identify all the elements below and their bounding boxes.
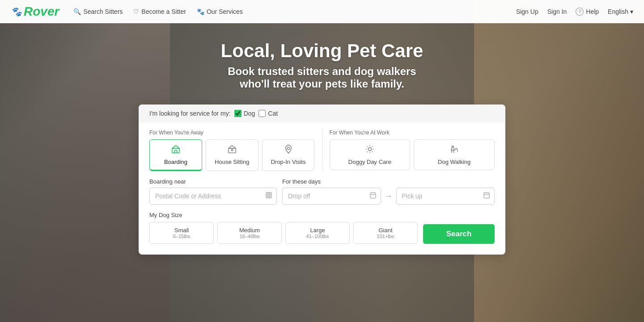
dog-filter-label[interactable]: Dog xyxy=(234,110,255,117)
services-away-group: For When You're Away Boarding xyxy=(149,130,315,171)
search-sitters-label: Search Sitters xyxy=(83,8,123,15)
arrow-icon: → xyxy=(385,192,393,201)
language-label: English xyxy=(608,8,628,15)
navbar: 🐾 Rover 🔍 Search Sitters ♡ Become a Sitt… xyxy=(0,0,644,23)
services-divider xyxy=(322,130,322,171)
small-size-name: Small xyxy=(153,227,211,234)
location-input[interactable] xyxy=(149,188,277,205)
services-icon: 🐾 xyxy=(197,8,204,15)
svg-rect-17 xyxy=(266,192,271,198)
search-card: I'm looking for service for my: Dog Cat xyxy=(139,105,505,255)
dropoff-field xyxy=(282,188,381,205)
dog-checkbox[interactable] xyxy=(234,110,242,117)
drop-in-icon xyxy=(284,144,293,156)
our-services-link[interactable]: 🐾 Our Services xyxy=(197,8,243,15)
pickup-input[interactable] xyxy=(396,188,495,205)
sign-up-link[interactable]: Sign Up xyxy=(516,8,538,15)
size-buttons: Small 0–15lbs Medium 16–40lbs Large 41–1… xyxy=(149,222,418,244)
medium-size-range: 16–40lbs xyxy=(220,234,279,239)
dropoff-input[interactable] xyxy=(282,188,381,205)
small-size-btn[interactable]: Small 0–15lbs xyxy=(149,222,214,244)
cat-checkbox[interactable] xyxy=(258,110,266,117)
pickup-field xyxy=(396,188,495,205)
small-size-range: 0–15lbs xyxy=(153,234,211,239)
help-icon: ? xyxy=(576,8,584,16)
giant-size-btn[interactable]: Giant 101+lbs xyxy=(353,222,418,244)
svg-point-16 xyxy=(452,146,453,148)
drop-in-visits-btn[interactable]: Drop-In Visits xyxy=(262,139,315,171)
language-selector[interactable]: English ▾ xyxy=(608,8,633,15)
dog-label: Dog xyxy=(244,110,255,117)
house-sitting-icon xyxy=(227,144,237,156)
pet-filter-bar: I'm looking for service for my: Dog Cat xyxy=(139,105,505,122)
services-away-items: Boarding House Sitting xyxy=(149,139,315,171)
paw-icon: 🐾 xyxy=(11,6,22,17)
become-sitter-label: Become a Sitter xyxy=(141,8,186,15)
our-services-label: Our Services xyxy=(207,8,243,15)
help-label: Help xyxy=(586,8,599,15)
location-icon xyxy=(265,192,272,201)
dates-group: For these days → xyxy=(282,178,495,205)
cat-filter-label[interactable]: Cat xyxy=(258,110,278,117)
svg-line-12 xyxy=(367,146,367,147)
doggy-day-care-btn[interactable]: Doggy Day Care xyxy=(330,139,411,170)
dog-size-label: My Dog Size xyxy=(149,212,418,218)
pickup-calendar-icon xyxy=(483,192,490,201)
dates-label: For these days xyxy=(282,178,495,185)
hero-title: Local, Loving Pet Care xyxy=(221,40,424,62)
hero-subtitle-line1: Book trusted sitters and dog walkers xyxy=(228,65,416,77)
hero-subtitle-line2: who'll treat your pets like family. xyxy=(240,78,404,90)
large-size-name: Large xyxy=(288,227,347,234)
svg-line-14 xyxy=(367,151,367,152)
search-button[interactable]: Search xyxy=(423,224,495,244)
location-label: Boarding near xyxy=(149,178,277,185)
filter-label: I'm looking for service for my: xyxy=(149,110,231,117)
svg-line-13 xyxy=(372,151,373,152)
help-link[interactable]: ? Help xyxy=(576,8,599,16)
size-group: My Dog Size Small 0–15lbs Medium 16–40lb… xyxy=(149,212,418,244)
services-work-group: For When You're At Work Doggy Day Care xyxy=(330,130,495,171)
large-size-btn[interactable]: Large 41–100lbs xyxy=(285,222,350,244)
logo[interactable]: 🐾 Rover xyxy=(11,4,59,19)
chevron-down-icon: ▾ xyxy=(630,8,633,15)
large-size-range: 41–100lbs xyxy=(288,234,347,239)
svg-line-15 xyxy=(372,146,373,147)
svg-point-7 xyxy=(368,147,371,151)
hero-section: Local, Loving Pet Care Book trusted sitt… xyxy=(0,0,644,322)
dog-walking-icon xyxy=(449,144,459,156)
services-work-items: Doggy Day Care Dog Walking xyxy=(330,139,495,170)
giant-size-range: 101+lbs xyxy=(356,234,415,239)
svg-rect-22 xyxy=(370,193,376,198)
dates-inner: → xyxy=(282,188,495,205)
doggy-day-care-icon xyxy=(365,144,375,156)
location-input-wrap xyxy=(149,188,277,205)
card-body: For When You're Away Boarding xyxy=(139,122,505,244)
boarding-icon xyxy=(171,144,181,156)
services-row: For When You're Away Boarding xyxy=(149,130,495,171)
doggy-day-care-label: Doggy Day Care xyxy=(348,159,391,165)
search-icon: 🔍 xyxy=(73,8,81,15)
services-section: For When You're Away Boarding xyxy=(149,130,495,171)
boarding-btn[interactable]: Boarding xyxy=(149,139,202,171)
for-work-label: For When You're At Work xyxy=(330,130,495,136)
dropoff-calendar-icon xyxy=(369,192,377,201)
house-sitting-label: House Sitting xyxy=(215,159,249,165)
hero-subtitle: Book trusted sitters and dog walkers who… xyxy=(228,65,416,90)
svg-rect-26 xyxy=(484,193,489,198)
nav-left: 🔍 Search Sitters ♡ Become a Sitter 🐾 Our… xyxy=(73,8,516,15)
search-sitters-link[interactable]: 🔍 Search Sitters xyxy=(73,8,123,15)
become-sitter-link[interactable]: ♡ Become a Sitter xyxy=(133,8,186,15)
for-away-label: For When You're Away xyxy=(149,130,315,136)
dog-walking-btn[interactable]: Dog Walking xyxy=(414,139,495,170)
svg-point-5 xyxy=(231,149,233,151)
house-sitting-btn[interactable]: House Sitting xyxy=(206,139,258,171)
heart-icon: ♡ xyxy=(133,8,139,15)
boarding-label: Boarding xyxy=(164,159,187,165)
sign-in-link[interactable]: Sign In xyxy=(547,8,567,15)
location-group: Boarding near xyxy=(149,178,277,205)
svg-point-6 xyxy=(287,147,290,150)
medium-size-btn[interactable]: Medium 16–40lbs xyxy=(217,222,282,244)
form-row-location-dates: Boarding near For these days xyxy=(149,178,495,205)
nav-right: Sign Up Sign In ? Help English ▾ xyxy=(516,8,633,16)
logo-text: Rover xyxy=(24,4,59,19)
